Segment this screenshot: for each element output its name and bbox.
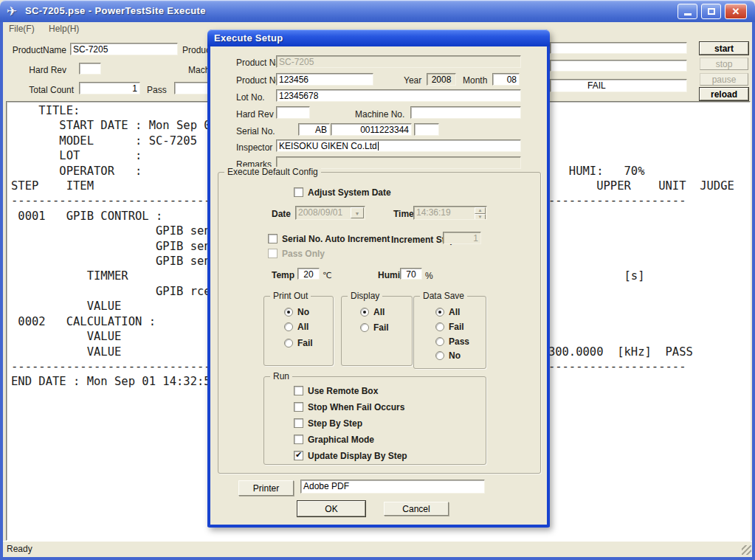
temp-field[interactable]: 20 xyxy=(297,268,320,280)
data-save-title: Data Save xyxy=(420,291,467,301)
pass-only-label: Pass Only xyxy=(282,249,325,259)
date-label: Date xyxy=(272,209,291,219)
radio-data-save-all[interactable] xyxy=(435,308,444,317)
radio-data-save-pass[interactable] xyxy=(435,337,444,346)
close-icon: ✕ xyxy=(732,6,740,17)
graphical-mode-checkbox[interactable] xyxy=(294,435,303,444)
update-display-by-step-label: Update Display By Step xyxy=(308,451,407,461)
minimize-button[interactable] xyxy=(678,4,697,19)
radio-data-save-fail[interactable] xyxy=(435,322,444,331)
printer-field[interactable]: Adobe PDF xyxy=(300,480,485,494)
spin-down-icon: ▼ xyxy=(475,214,486,220)
radio-display-fail[interactable] xyxy=(360,323,369,332)
resize-grip-icon[interactable] xyxy=(742,545,751,555)
use-remote-box-checkbox[interactable] xyxy=(294,386,303,395)
minimize-icon xyxy=(684,13,692,15)
inspector-field[interactable]: KEISOKU GIKEN Co.Ltd xyxy=(276,139,521,152)
humi-label: Humi xyxy=(378,270,400,280)
lot-no-field[interactable]: 12345678 xyxy=(276,89,521,102)
total-count-field: 1 xyxy=(79,82,140,94)
radio-data-save-no-label: No xyxy=(449,350,461,361)
radio-data-save-no[interactable] xyxy=(435,351,444,360)
ok-button[interactable]: OK xyxy=(297,501,365,516)
radio-print-out-all[interactable] xyxy=(284,322,293,331)
serial-suffix-field[interactable] xyxy=(414,123,439,136)
adjust-system-date-label: Adjust System Date xyxy=(308,187,391,198)
window-border-left xyxy=(0,21,3,560)
reload-button[interactable]: reload xyxy=(700,88,748,100)
radio-print-out-fail[interactable] xyxy=(284,339,293,348)
stop-when-fail-checkbox[interactable] xyxy=(294,402,303,412)
use-remote-box-label: Use Remote Box xyxy=(308,386,378,396)
menu-file[interactable]: File(F) xyxy=(9,24,35,34)
dlg-machine-no-field[interactable] xyxy=(410,106,521,119)
execute-default-config-title: Execute Default Config xyxy=(224,167,321,177)
cancel-button[interactable]: Cancel xyxy=(384,502,449,516)
radio-display-all-label: All xyxy=(373,307,385,317)
humi-field[interactable]: 70 xyxy=(400,268,422,280)
radio-display-fail-label: Fail xyxy=(373,322,389,333)
close-button[interactable]: ✕ xyxy=(725,4,747,19)
dlg-hard-rev-field[interactable] xyxy=(276,106,310,119)
step-by-step-checkbox[interactable] xyxy=(294,418,303,428)
increment-step-field: 1 xyxy=(443,232,481,244)
serial-no-label: Serial No. xyxy=(236,126,275,136)
radio-display-all[interactable] xyxy=(360,308,369,317)
radio-print-out-no-label: No xyxy=(297,307,309,317)
graphical-mode-label: Graphical Mode xyxy=(308,435,374,445)
dlg-hard-rev-label: Hard Rev xyxy=(236,109,274,120)
month-field[interactable]: 08 xyxy=(492,73,520,86)
step-by-step-label: Step By Step xyxy=(308,418,362,429)
spin-up-icon: ▲ xyxy=(475,207,486,214)
inspector-label: Inspector xyxy=(236,142,272,153)
temp-label: Temp xyxy=(272,270,294,280)
radio-print-out-no[interactable] xyxy=(284,308,293,317)
update-display-by-step-checkbox[interactable] xyxy=(294,451,303,460)
stop-button: stop xyxy=(700,58,748,70)
dlg-product-name-field: SC-7205 xyxy=(276,55,521,68)
month-label: Month xyxy=(463,75,487,86)
humi-unit: % xyxy=(425,271,433,281)
status-bar: Ready xyxy=(3,541,752,556)
time-label: Time xyxy=(393,209,414,219)
printer-button[interactable]: Printer xyxy=(238,480,294,496)
dialog-title: Execute Setup xyxy=(214,32,283,44)
run-title: Run xyxy=(270,371,292,381)
year-field[interactable]: 2008 xyxy=(427,73,456,86)
execute-setup-dialog: Execute Setup Product Name SC-7205 Produ… xyxy=(207,30,550,528)
dlg-machine-no-label: Machine No. xyxy=(355,109,404,120)
window-titlebar: ✈ SC-7205.pse - PowerTestSite Execute ✕ xyxy=(0,0,755,22)
radio-print-out-all-label: All xyxy=(297,322,308,332)
adjust-system-date-checkbox[interactable] xyxy=(294,187,303,197)
product-name-field: SC-7205 xyxy=(70,43,178,55)
date-combo: 2008/09/01▼ xyxy=(295,206,365,220)
serial-auto-increment-checkbox[interactable] xyxy=(268,234,277,243)
window-title: SC-7205.pse - PowerTestSite Execute xyxy=(25,5,206,16)
radio-print-out-fail-label: Fail xyxy=(297,338,313,348)
spinner-icons: ▲▼ xyxy=(475,207,486,218)
pass-label: Pass xyxy=(147,85,167,95)
radio-data-save-pass-label: Pass xyxy=(449,336,469,347)
status-text: Ready xyxy=(7,544,32,554)
menu-help[interactable]: Help(H) xyxy=(49,24,79,34)
stop-when-fail-label: Stop When Fail Occurs xyxy=(308,402,404,412)
temp-unit: ℃ xyxy=(323,271,331,280)
combo-dropdown-icon: ▼ xyxy=(351,207,364,218)
machine-no-field xyxy=(550,60,687,72)
radio-data-save-fail-label: Fail xyxy=(449,322,464,332)
text-caret xyxy=(378,142,379,151)
dialog-titlebar[interactable]: Execute Setup xyxy=(207,30,550,46)
serial-number-field[interactable]: 0011223344 xyxy=(331,123,412,136)
maximize-button[interactable] xyxy=(701,4,721,19)
dlg-product-no-field[interactable]: 123456 xyxy=(276,73,373,86)
serial-prefix-field[interactable]: AB xyxy=(298,123,330,136)
hard-rev-label: Hard Rev xyxy=(4,65,66,75)
radio-data-save-all-label: All xyxy=(449,307,460,317)
hard-rev-field xyxy=(79,63,101,75)
product-name-label: ProductName xyxy=(4,45,66,55)
pass-only-checkbox xyxy=(268,249,277,258)
start-button[interactable]: start xyxy=(700,42,748,55)
display-title: Display xyxy=(348,291,382,301)
lot-no-label: Lot No. xyxy=(236,92,265,103)
app-window: ✈ SC-7205.pse - PowerTestSite Execute ✕ … xyxy=(0,0,755,560)
